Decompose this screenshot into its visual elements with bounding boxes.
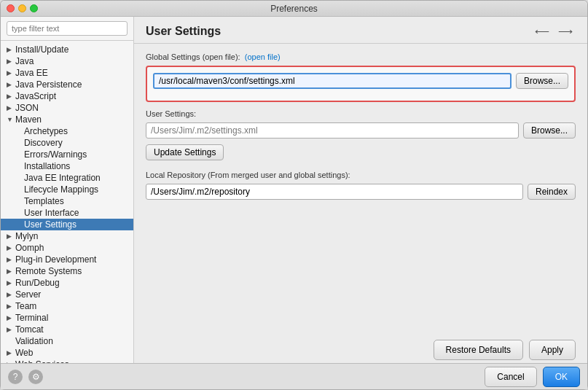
sidebar-item-lifecycle-mappings[interactable]: Lifecycle Mappings xyxy=(1,184,133,195)
sidebar-item-label: Installations xyxy=(24,161,70,171)
sidebar-item-terminal[interactable]: ▶ Terminal xyxy=(1,312,133,324)
global-settings-group: Browse... xyxy=(146,66,576,102)
sidebar-item-oomph[interactable]: ▶ Oomph xyxy=(1,242,133,254)
sidebar-item-java-persistence[interactable]: ▶ Java Persistence xyxy=(1,79,133,90)
titlebar: Preferences xyxy=(1,1,587,17)
help-icon[interactable]: ? xyxy=(8,370,23,384)
arrow-icon: ▶ xyxy=(7,69,15,77)
sidebar-item-label: Java Persistence xyxy=(15,79,82,90)
sidebar-item-templates[interactable]: Templates xyxy=(1,195,133,207)
sidebar-item-archetypes[interactable]: Archetypes xyxy=(1,125,133,137)
sidebar-item-javascript[interactable]: ▶ JavaScript xyxy=(1,90,133,102)
sidebar-item-validation[interactable]: Validation xyxy=(1,335,133,347)
user-settings-row: Browse... xyxy=(146,122,576,139)
sidebar-item-discovery[interactable]: Discovery xyxy=(1,137,133,149)
filter-box xyxy=(1,17,133,41)
forward-icon[interactable]: ⟶ xyxy=(555,24,576,39)
arrow-icon: ▶ xyxy=(7,93,15,100)
sidebar-item-java-ee-integration[interactable]: Java EE Integration xyxy=(1,172,133,184)
update-settings-button[interactable]: Update Settings xyxy=(146,144,224,160)
sidebar-item-label: Remote Systems xyxy=(15,266,82,276)
reindex-button[interactable]: Reindex xyxy=(528,184,576,200)
sidebar-item-label: Validation xyxy=(15,336,53,346)
preferences-window: Preferences ▶ Install/Update ▶ Java ▶ xyxy=(0,0,588,390)
sidebar-item-server[interactable]: ▶ Server xyxy=(1,289,133,300)
sidebar-item-run-debug[interactable]: ▶ Run/Debug xyxy=(1,277,133,289)
settings-icon[interactable]: ⚙ xyxy=(28,370,43,384)
sidebar-item-java-ee[interactable]: ▶ Java EE xyxy=(1,67,133,79)
sidebar-item-label: JavaScript xyxy=(15,91,56,101)
arrow-icon: ▶ xyxy=(7,268,15,275)
sidebar-item-java[interactable]: ▶ Java xyxy=(1,55,133,67)
arrow-icon: ▶ xyxy=(7,104,15,112)
sidebar-item-label: Errors/Warnings xyxy=(24,149,87,160)
main-panel: User Settings ⟵ ⟶ Global Settings (open … xyxy=(134,17,587,363)
sidebar-item-plug-in-development[interactable]: ▶ Plug-in Development xyxy=(1,254,133,265)
arrow-icon: ▶ xyxy=(7,46,15,53)
sidebar-item-label: Java EE Integration xyxy=(24,173,101,183)
close-button[interactable] xyxy=(7,4,15,12)
tree: ▶ Install/Update ▶ Java ▶ Java EE ▶ Java… xyxy=(1,41,133,363)
sidebar-item-errors-warnings[interactable]: Errors/Warnings xyxy=(1,149,133,160)
header-icons: ⟵ ⟶ xyxy=(532,24,576,39)
sidebar-item-label: Server xyxy=(15,289,41,300)
user-settings-input[interactable] xyxy=(146,122,519,139)
filter-input[interactable] xyxy=(7,21,128,36)
traffic-lights xyxy=(7,4,38,12)
sidebar-item-tomcat[interactable]: ▶ Tomcat xyxy=(1,324,133,335)
action-bar: Restore Defaults Apply xyxy=(134,335,587,363)
sidebar-item-label: Oomph xyxy=(15,243,44,253)
sidebar-item-label: Tomcat xyxy=(15,324,44,335)
sidebar-item-label: Lifecycle Mappings xyxy=(24,184,98,195)
sidebar-item-label: Install/Update xyxy=(15,44,68,55)
sidebar-item-user-interface[interactable]: User Interface xyxy=(1,207,133,219)
cancel-button[interactable]: Cancel xyxy=(485,367,536,387)
sidebar-item-maven[interactable]: ▼ Maven xyxy=(1,114,133,125)
sidebar: ▶ Install/Update ▶ Java ▶ Java EE ▶ Java… xyxy=(1,17,134,363)
sidebar-item-label: Run/Debug xyxy=(15,278,60,288)
arrow-icon: ▶ xyxy=(7,233,15,240)
arrow-icon: ▶ xyxy=(7,58,15,65)
arrow-icon: ▶ xyxy=(7,314,15,321)
global-settings-input[interactable] xyxy=(153,73,511,89)
sidebar-item-team[interactable]: ▶ Team xyxy=(1,300,133,312)
arrow-icon: ▼ xyxy=(7,116,15,123)
content-area: ▶ Install/Update ▶ Java ▶ Java EE ▶ Java… xyxy=(1,17,587,363)
global-browse-button[interactable]: Browse... xyxy=(516,73,568,89)
sidebar-item-label: Java EE xyxy=(15,68,48,78)
arrow-icon: ▶ xyxy=(7,326,15,333)
main-content: Global Settings (open file): (open file)… xyxy=(134,44,587,335)
main-header: User Settings ⟵ ⟶ xyxy=(134,17,587,44)
arrow-icon: ▶ xyxy=(7,244,15,251)
sidebar-item-label: Archetypes xyxy=(24,126,68,136)
sidebar-item-label: Discovery xyxy=(24,138,63,148)
sidebar-item-remote-systems[interactable]: ▶ Remote Systems xyxy=(1,265,133,277)
page-title: User Settings xyxy=(146,25,221,38)
sidebar-item-label: User Interface xyxy=(24,208,79,218)
sidebar-item-label: Web xyxy=(15,348,33,358)
sidebar-item-mylyn[interactable]: ▶ Mylyn xyxy=(1,230,133,242)
global-settings-label: Global Settings (open file): (open file) xyxy=(146,52,576,61)
window-title: Preferences xyxy=(270,4,318,14)
arrow-icon: ▶ xyxy=(7,81,15,88)
sidebar-item-json[interactable]: ▶ JSON xyxy=(1,102,133,114)
arrow-icon: ▶ xyxy=(7,279,15,286)
sidebar-item-installations[interactable]: Installations xyxy=(1,160,133,172)
sidebar-item-label: Terminal xyxy=(15,313,48,323)
sidebar-item-label: JSON xyxy=(15,103,39,113)
minimize-button[interactable] xyxy=(18,4,26,12)
sidebar-item-web[interactable]: ▶ Web xyxy=(1,347,133,359)
maximize-button[interactable] xyxy=(30,4,38,12)
local-repo-input[interactable] xyxy=(146,184,523,200)
back-icon[interactable]: ⟵ xyxy=(532,24,552,39)
ok-button[interactable]: OK xyxy=(543,367,580,387)
sidebar-item-user-settings[interactable]: User Settings xyxy=(1,219,133,230)
sidebar-item-label: Mylyn xyxy=(15,231,38,241)
open-file-link[interactable]: (open file) xyxy=(245,52,281,61)
restore-defaults-button[interactable]: Restore Defaults xyxy=(434,340,523,360)
apply-button[interactable]: Apply xyxy=(529,340,576,360)
user-browse-button[interactable]: Browse... xyxy=(523,122,576,139)
sidebar-item-install-update[interactable]: ▶ Install/Update xyxy=(1,44,133,55)
arrow-icon: ▶ xyxy=(7,291,15,298)
arrow-icon: ▶ xyxy=(7,349,15,356)
